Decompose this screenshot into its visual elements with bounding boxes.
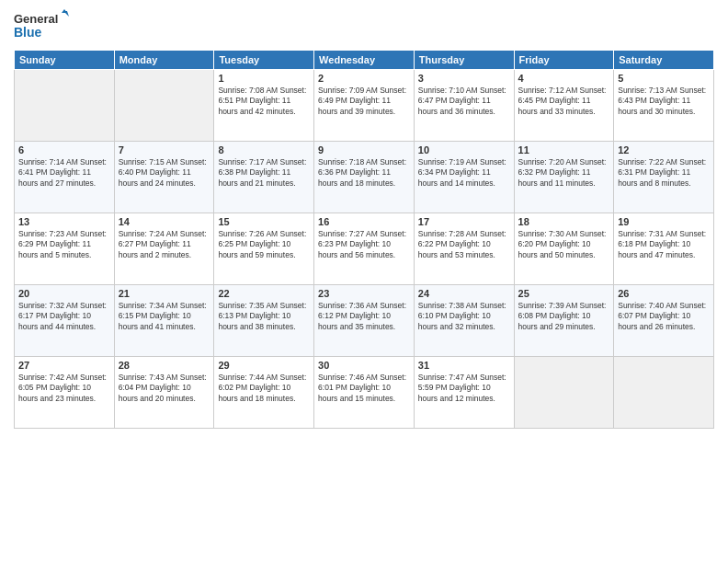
calendar-cell: 28Sunrise: 7:43 AM Sunset: 6:04 PM Dayli… bbox=[114, 357, 214, 429]
calendar-cell: 3Sunrise: 7:10 AM Sunset: 6:47 PM Daylig… bbox=[414, 70, 514, 142]
day-number: 26 bbox=[618, 288, 710, 299]
calendar-cell: 20Sunrise: 7:32 AM Sunset: 6:17 PM Dayli… bbox=[15, 285, 115, 357]
weekday-header-sunday: Sunday bbox=[15, 51, 115, 70]
day-number: 2 bbox=[318, 73, 410, 84]
day-info: Sunrise: 7:32 AM Sunset: 6:17 PM Dayligh… bbox=[18, 301, 110, 332]
day-info: Sunrise: 7:18 AM Sunset: 6:36 PM Dayligh… bbox=[318, 157, 410, 189]
day-number: 25 bbox=[518, 288, 610, 299]
day-info: Sunrise: 7:24 AM Sunset: 6:27 PM Dayligh… bbox=[119, 229, 210, 260]
day-info: Sunrise: 7:19 AM Sunset: 6:34 PM Dayligh… bbox=[418, 157, 510, 189]
calendar-cell: 9Sunrise: 7:18 AM Sunset: 6:36 PM Daylig… bbox=[314, 142, 415, 213]
calendar-week-0: 1Sunrise: 7:08 AM Sunset: 6:51 PM Daylig… bbox=[15, 70, 714, 142]
day-info: Sunrise: 7:38 AM Sunset: 6:10 PM Dayligh… bbox=[418, 301, 510, 332]
day-number: 10 bbox=[418, 144, 510, 155]
weekday-header-row: SundayMondayTuesdayWednesdayThursdayFrid… bbox=[15, 51, 714, 70]
calendar-cell: 23Sunrise: 7:36 AM Sunset: 6:12 PM Dayli… bbox=[314, 285, 415, 357]
calendar-cell: 29Sunrise: 7:44 AM Sunset: 6:02 PM Dayli… bbox=[214, 357, 314, 429]
calendar-week-2: 13Sunrise: 7:23 AM Sunset: 6:29 PM Dayli… bbox=[15, 213, 714, 285]
day-number: 23 bbox=[318, 288, 410, 299]
day-info: Sunrise: 7:39 AM Sunset: 6:08 PM Dayligh… bbox=[518, 301, 610, 332]
logo-svg: General Blue bbox=[14, 9, 69, 42]
day-info: Sunrise: 7:36 AM Sunset: 6:12 PM Dayligh… bbox=[318, 301, 410, 332]
day-number: 21 bbox=[119, 288, 210, 299]
day-number: 12 bbox=[618, 144, 710, 155]
day-number: 15 bbox=[218, 216, 310, 227]
day-info: Sunrise: 7:27 AM Sunset: 6:23 PM Dayligh… bbox=[318, 229, 410, 260]
weekday-header-thursday: Thursday bbox=[414, 51, 514, 70]
day-number: 11 bbox=[518, 144, 610, 155]
calendar-cell: 30Sunrise: 7:46 AM Sunset: 6:01 PM Dayli… bbox=[314, 357, 415, 429]
header: General Blue bbox=[14, 9, 714, 42]
day-number: 24 bbox=[418, 288, 510, 299]
calendar-week-1: 6Sunrise: 7:14 AM Sunset: 6:41 PM Daylig… bbox=[15, 142, 714, 213]
day-number: 7 bbox=[119, 144, 210, 155]
calendar-cell: 24Sunrise: 7:38 AM Sunset: 6:10 PM Dayli… bbox=[414, 285, 514, 357]
day-info: Sunrise: 7:47 AM Sunset: 5:59 PM Dayligh… bbox=[418, 373, 510, 404]
calendar-cell bbox=[614, 357, 714, 429]
day-number: 14 bbox=[119, 216, 210, 227]
calendar-cell: 31Sunrise: 7:47 AM Sunset: 5:59 PM Dayli… bbox=[414, 357, 514, 429]
calendar-cell: 6Sunrise: 7:14 AM Sunset: 6:41 PM Daylig… bbox=[15, 142, 115, 213]
day-info: Sunrise: 7:43 AM Sunset: 6:04 PM Dayligh… bbox=[119, 373, 210, 404]
calendar-week-3: 20Sunrise: 7:32 AM Sunset: 6:17 PM Dayli… bbox=[15, 285, 714, 357]
day-number: 9 bbox=[318, 144, 410, 155]
day-info: Sunrise: 7:44 AM Sunset: 6:02 PM Dayligh… bbox=[218, 373, 310, 404]
calendar-cell: 25Sunrise: 7:39 AM Sunset: 6:08 PM Dayli… bbox=[514, 285, 614, 357]
day-info: Sunrise: 7:35 AM Sunset: 6:13 PM Dayligh… bbox=[218, 301, 310, 332]
weekday-header-wednesday: Wednesday bbox=[314, 51, 415, 70]
calendar-cell bbox=[15, 70, 115, 142]
calendar-cell: 5Sunrise: 7:13 AM Sunset: 6:43 PM Daylig… bbox=[614, 70, 714, 142]
day-info: Sunrise: 7:46 AM Sunset: 6:01 PM Dayligh… bbox=[318, 373, 410, 404]
svg-text:General: General bbox=[14, 12, 58, 26]
calendar-cell: 11Sunrise: 7:20 AM Sunset: 6:32 PM Dayli… bbox=[514, 142, 614, 213]
calendar-cell: 15Sunrise: 7:26 AM Sunset: 6:25 PM Dayli… bbox=[214, 213, 314, 285]
calendar-table: SundayMondayTuesdayWednesdayThursdayFrid… bbox=[14, 50, 714, 429]
day-info: Sunrise: 7:40 AM Sunset: 6:07 PM Dayligh… bbox=[618, 301, 710, 332]
day-number: 4 bbox=[518, 73, 610, 84]
day-number: 20 bbox=[18, 288, 110, 299]
calendar-cell: 27Sunrise: 7:42 AM Sunset: 6:05 PM Dayli… bbox=[15, 357, 115, 429]
calendar-cell: 8Sunrise: 7:17 AM Sunset: 6:38 PM Daylig… bbox=[214, 142, 314, 213]
day-info: Sunrise: 7:42 AM Sunset: 6:05 PM Dayligh… bbox=[18, 373, 110, 404]
weekday-header-saturday: Saturday bbox=[614, 51, 714, 70]
day-number: 8 bbox=[218, 144, 310, 155]
day-number: 6 bbox=[18, 144, 110, 155]
day-number: 1 bbox=[218, 73, 310, 84]
day-info: Sunrise: 7:34 AM Sunset: 6:15 PM Dayligh… bbox=[119, 301, 210, 332]
day-number: 18 bbox=[518, 216, 610, 227]
calendar-cell: 1Sunrise: 7:08 AM Sunset: 6:51 PM Daylig… bbox=[214, 70, 314, 142]
calendar-cell: 10Sunrise: 7:19 AM Sunset: 6:34 PM Dayli… bbox=[414, 142, 514, 213]
day-number: 13 bbox=[18, 216, 110, 227]
day-number: 31 bbox=[418, 360, 510, 371]
day-info: Sunrise: 7:12 AM Sunset: 6:45 PM Dayligh… bbox=[518, 86, 610, 117]
weekday-header-friday: Friday bbox=[514, 51, 614, 70]
calendar-cell: 13Sunrise: 7:23 AM Sunset: 6:29 PM Dayli… bbox=[15, 213, 115, 285]
day-number: 28 bbox=[119, 360, 210, 371]
day-info: Sunrise: 7:23 AM Sunset: 6:29 PM Dayligh… bbox=[18, 229, 110, 260]
calendar-week-4: 27Sunrise: 7:42 AM Sunset: 6:05 PM Dayli… bbox=[15, 357, 714, 429]
day-number: 29 bbox=[218, 360, 310, 371]
day-info: Sunrise: 7:30 AM Sunset: 6:20 PM Dayligh… bbox=[518, 229, 610, 260]
calendar-cell: 18Sunrise: 7:30 AM Sunset: 6:20 PM Dayli… bbox=[514, 213, 614, 285]
svg-text:Blue: Blue bbox=[14, 25, 42, 40]
calendar-cell: 26Sunrise: 7:40 AM Sunset: 6:07 PM Dayli… bbox=[614, 285, 714, 357]
calendar-cell: 17Sunrise: 7:28 AM Sunset: 6:22 PM Dayli… bbox=[414, 213, 514, 285]
weekday-header-tuesday: Tuesday bbox=[214, 51, 314, 70]
day-info: Sunrise: 7:13 AM Sunset: 6:43 PM Dayligh… bbox=[618, 86, 710, 117]
day-info: Sunrise: 7:14 AM Sunset: 6:41 PM Dayligh… bbox=[18, 157, 110, 189]
day-info: Sunrise: 7:17 AM Sunset: 6:38 PM Dayligh… bbox=[218, 157, 310, 189]
day-info: Sunrise: 7:20 AM Sunset: 6:32 PM Dayligh… bbox=[518, 157, 610, 189]
calendar-cell bbox=[114, 70, 214, 142]
page: General Blue SundayMondayTuesdayWednesda… bbox=[0, 0, 728, 563]
calendar-cell bbox=[514, 357, 614, 429]
day-info: Sunrise: 7:28 AM Sunset: 6:22 PM Dayligh… bbox=[418, 229, 510, 260]
day-info: Sunrise: 7:22 AM Sunset: 6:31 PM Dayligh… bbox=[618, 157, 710, 189]
calendar-cell: 4Sunrise: 7:12 AM Sunset: 6:45 PM Daylig… bbox=[514, 70, 614, 142]
day-info: Sunrise: 7:09 AM Sunset: 6:49 PM Dayligh… bbox=[318, 86, 410, 117]
day-info: Sunrise: 7:26 AM Sunset: 6:25 PM Dayligh… bbox=[218, 229, 310, 260]
calendar-cell: 7Sunrise: 7:15 AM Sunset: 6:40 PM Daylig… bbox=[114, 142, 214, 213]
day-info: Sunrise: 7:08 AM Sunset: 6:51 PM Dayligh… bbox=[218, 86, 310, 117]
logo: General Blue bbox=[14, 9, 69, 42]
day-number: 19 bbox=[618, 216, 710, 227]
day-info: Sunrise: 7:15 AM Sunset: 6:40 PM Dayligh… bbox=[119, 157, 210, 189]
